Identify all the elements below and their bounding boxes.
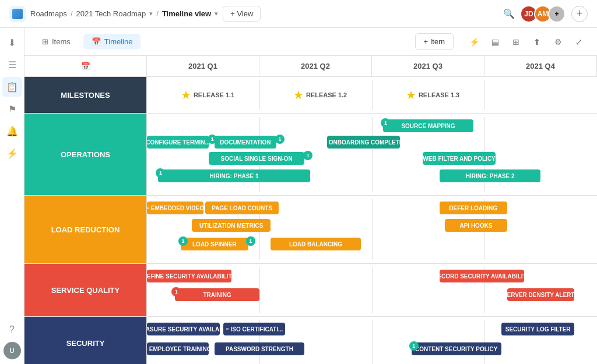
breadcrumb-roadmap-name[interactable]: 2021 Tech Roadmap — [76, 9, 146, 18]
top-nav: Roadmaps / 2021 Tech Roadmap ▾ / Timelin… — [0, 0, 597, 28]
view-dropdown-icon[interactable]: ▾ — [215, 10, 218, 17]
add-view-button[interactable]: + View — [223, 6, 261, 22]
avatar-group: JD AM + — [524, 5, 566, 23]
breadcrumb: Roadmaps / 2021 Tech Roadmap ▾ / Timelin… — [30, 9, 218, 18]
breadcrumb-roadmaps[interactable]: Roadmaps — [30, 9, 67, 18]
add-user-button[interactable]: + — [571, 6, 588, 22]
avatar-user3: + — [548, 5, 566, 23]
roadmap-dropdown-icon[interactable]: ▾ — [149, 10, 153, 17]
nav-icons: 🔍 JD AM + + — [500, 5, 588, 23]
search-button[interactable]: 🔍 — [500, 5, 518, 23]
breadcrumb-view: Timeline view — [162, 9, 211, 18]
app-logo — [9, 6, 26, 22]
